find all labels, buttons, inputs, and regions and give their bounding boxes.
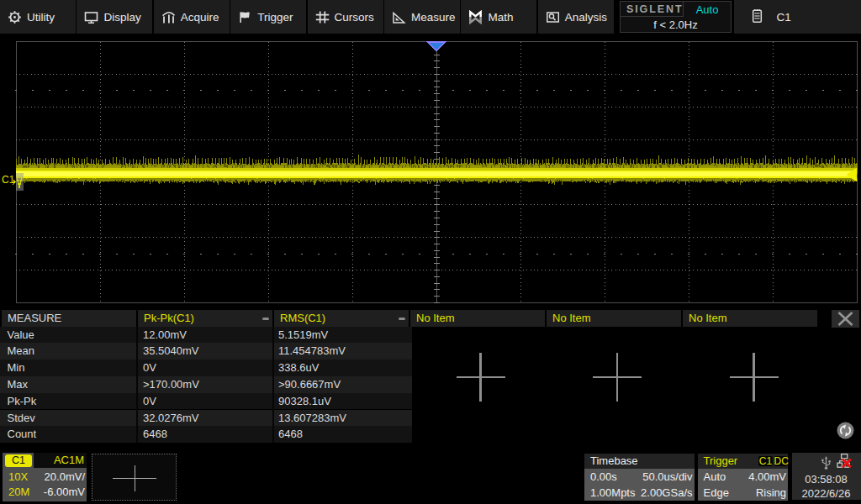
svg-text:C1: C1 bbox=[2, 174, 15, 186]
